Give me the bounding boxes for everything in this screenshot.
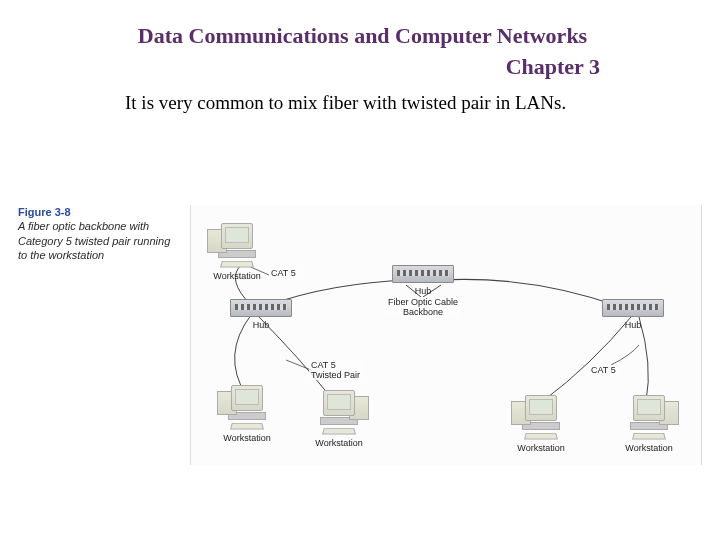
workstation-label: Workstation: [311, 438, 367, 448]
chapter-label: Chapter 3: [125, 53, 600, 82]
workstation-bottom-2: Workstation: [311, 390, 367, 448]
workstation-bottom-1: Workstation: [219, 385, 275, 443]
pc-keyboard-icon: [322, 428, 356, 435]
hub-middle: Hub: [391, 265, 455, 296]
workstation-label: Workstation: [621, 443, 677, 453]
figure-caption-block: Figure 3-8 A fiber optic backbone with C…: [18, 205, 178, 262]
figure-caption: A fiber optic backbone with Category 5 t…: [18, 219, 178, 262]
pc-keyboard-icon: [230, 423, 264, 430]
page-header: Data Communications and Computer Network…: [125, 22, 600, 81]
figure-3-8: Figure 3-8 A fiber optic backbone with C…: [10, 205, 710, 465]
hub-icon: [392, 265, 454, 283]
workstation-label: Workstation: [219, 433, 275, 443]
pc-monitor-icon: [221, 223, 253, 249]
hub-right: Hub: [601, 299, 665, 330]
pc-keyboard-icon: [220, 261, 254, 268]
annotation-cat5-right: CAT 5: [589, 365, 618, 375]
annotation-cat5-twisted-pair: CAT 5 Twisted Pair: [309, 360, 362, 380]
hub-label: Hub: [229, 320, 293, 330]
pc-keyboard-icon: [632, 433, 666, 440]
pc-monitor-icon: [633, 395, 665, 421]
workstation-label: Workstation: [209, 271, 265, 281]
annotation-cat5-top: CAT 5: [269, 268, 298, 278]
hub-label: Hub: [601, 320, 665, 330]
book-title: Data Communications and Computer Network…: [125, 22, 600, 51]
pc-keyboard-icon: [524, 433, 558, 440]
hub-left: Hub: [229, 299, 293, 330]
figure-number: Figure 3-8: [18, 205, 178, 219]
hub-icon: [230, 299, 292, 317]
pc-monitor-icon: [525, 395, 557, 421]
workstation-bottom-3: Workstation: [513, 395, 569, 453]
pc-monitor-icon: [323, 390, 355, 416]
workstation-bottom-4: Workstation: [621, 395, 677, 453]
body-sentence: It is very common to mix fiber with twis…: [125, 92, 660, 114]
diagram-canvas: Workstation Hub Hub Hub Workstation: [190, 205, 702, 465]
workstation-top-left: Workstation: [209, 223, 265, 281]
workstation-label: Workstation: [513, 443, 569, 453]
annotation-backbone: Fiber Optic Cable Backbone: [386, 297, 460, 317]
hub-label: Hub: [391, 286, 455, 296]
pc-monitor-icon: [231, 385, 263, 411]
hub-icon: [602, 299, 664, 317]
